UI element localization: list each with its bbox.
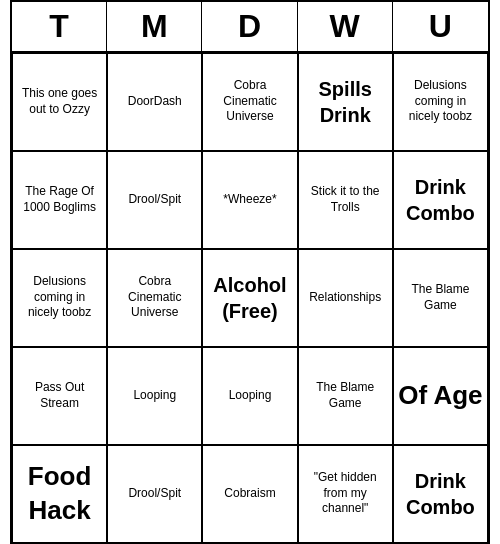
bingo-cell: Delusions coming in nicely toobz [12,249,107,347]
bingo-cell: The Blame Game [393,249,488,347]
bingo-cell: This one goes out to Ozzy [12,53,107,151]
header-cell: W [298,2,393,51]
header-cell: U [393,2,488,51]
bingo-cell: *Wheeze* [202,151,297,249]
bingo-cell: Looping [107,347,202,445]
bingo-cell: Drink Combo [393,445,488,543]
bingo-cell: Cobra Cinematic Universe [107,249,202,347]
bingo-cell: Spills Drink [298,53,393,151]
bingo-cell: Looping [202,347,297,445]
bingo-cell: DoorDash [107,53,202,151]
bingo-card: TMDWU This one goes out to OzzyDoorDashC… [10,0,490,544]
bingo-cell: Of Age [393,347,488,445]
bingo-cell: Stick it to the Trolls [298,151,393,249]
bingo-cell: "Get hidden from my channel" [298,445,393,543]
bingo-cell: Drink Combo [393,151,488,249]
bingo-cell: Cobraism [202,445,297,543]
bingo-cell: Food Hack [12,445,107,543]
bingo-cell: Pass Out Stream [12,347,107,445]
bingo-cell: Delusions coming in nicely toobz [393,53,488,151]
bingo-header: TMDWU [12,2,488,53]
bingo-grid: This one goes out to OzzyDoorDashCobra C… [12,53,488,543]
bingo-cell: Cobra Cinematic Universe [202,53,297,151]
bingo-cell: The Rage Of 1000 Boglims [12,151,107,249]
bingo-cell: Drool/Spit [107,151,202,249]
bingo-cell: Drool/Spit [107,445,202,543]
header-cell: M [107,2,202,51]
bingo-cell: The Blame Game [298,347,393,445]
bingo-cell: Relationships [298,249,393,347]
bingo-cell: Alcohol (Free) [202,249,297,347]
header-cell: D [202,2,297,51]
header-cell: T [12,2,107,51]
